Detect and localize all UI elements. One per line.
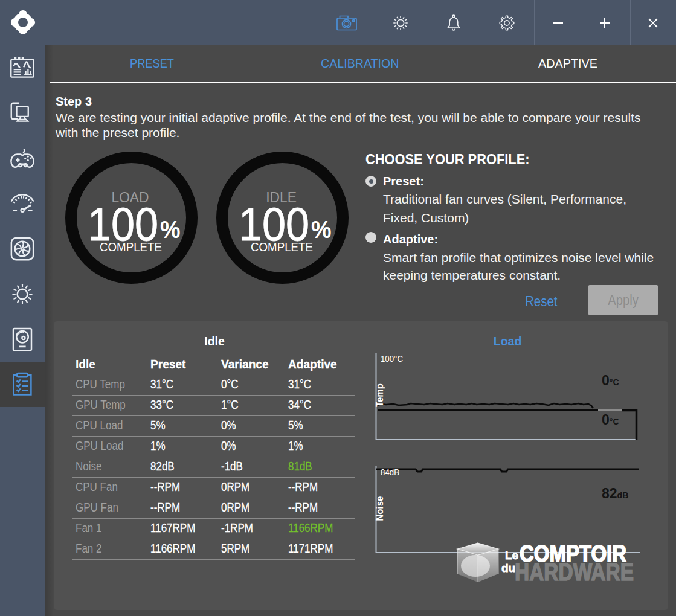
svg-text:Noise: Noise xyxy=(375,496,385,521)
svg-text:0°C: 0°C xyxy=(602,412,619,428)
svg-text:84dB: 84dB xyxy=(381,467,399,477)
svg-text:Temp: Temp xyxy=(375,383,385,407)
svg-text:du: du xyxy=(501,562,515,574)
svg-text:HARDWARE: HARDWARE xyxy=(515,559,634,585)
svg-text:0°C: 0°C xyxy=(602,373,619,388)
svg-text:82dB: 82dB xyxy=(602,486,628,501)
svg-text:100°C: 100°C xyxy=(381,353,403,364)
